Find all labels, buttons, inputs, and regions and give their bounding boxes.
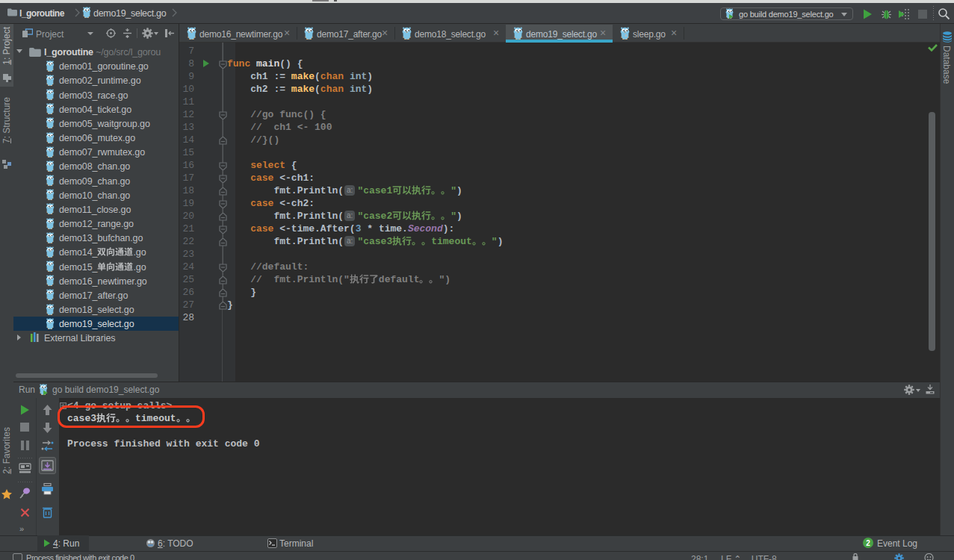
svg-text:2: 2 — [866, 539, 870, 547]
